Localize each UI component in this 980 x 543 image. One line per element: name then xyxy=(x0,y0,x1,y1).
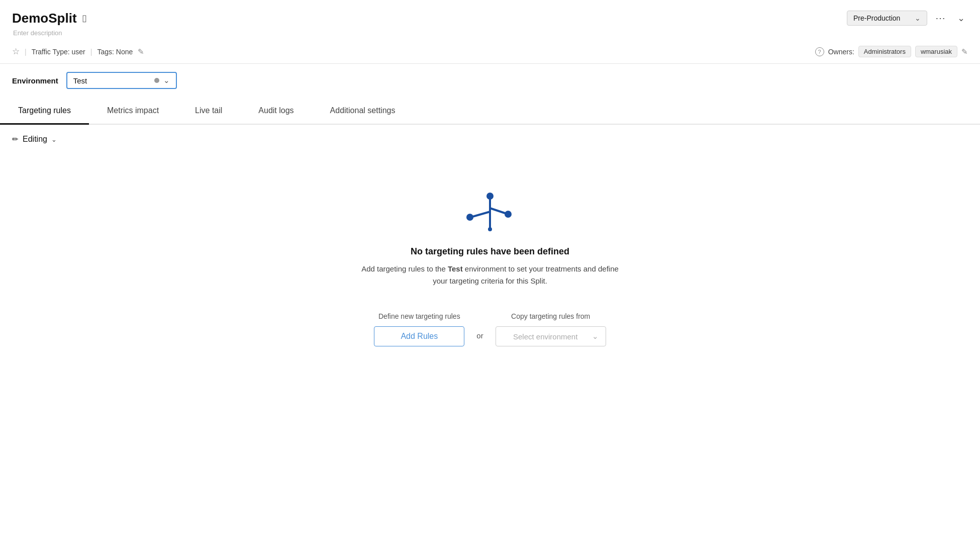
svg-point-6 xyxy=(488,227,492,231)
env-chevron-down-icon: ⌄ xyxy=(163,76,170,85)
environment-label: Environment xyxy=(12,76,58,85)
pencil-icon: ✏ xyxy=(12,135,19,144)
owners-label: Owners: xyxy=(828,48,854,56)
define-rules-group: Define new targeting rules Add Rules xyxy=(374,312,464,346)
define-label: Define new targeting rules xyxy=(378,312,460,320)
traffic-type-label: Traffic Type: user xyxy=(32,48,85,56)
environment-dropdown[interactable]: Pre-Production ⌄ xyxy=(847,11,927,26)
description-field[interactable]: Enter description xyxy=(12,29,968,37)
add-rules-button[interactable]: Add Rules xyxy=(374,326,464,346)
copy-env-select[interactable]: Select environment ⌄ xyxy=(496,326,606,346)
env-status-dot xyxy=(154,78,159,83)
page-title: DemoSplit xyxy=(12,11,77,26)
svg-point-1 xyxy=(486,193,494,200)
tab-live-tail[interactable]: Live tail xyxy=(177,98,240,125)
editing-row: ✏ Editing ⌄ xyxy=(0,125,980,149)
empty-state-title: No targeting rules have been defined xyxy=(411,246,569,257)
actions-row: Define new targeting rules Add Rules or … xyxy=(374,312,606,346)
tab-targeting-rules[interactable]: Targeting rules xyxy=(0,98,89,125)
owner-wmarusiak: wmarusiak xyxy=(915,46,957,57)
tabs-row: Targeting rules Metrics impact Live tail… xyxy=(0,98,980,125)
copy-label: Copy targeting rules from xyxy=(511,312,590,320)
split-icon xyxy=(465,189,515,234)
env-dropdown-label: Pre-Production xyxy=(853,14,911,22)
favorite-icon[interactable]: ☆ xyxy=(12,46,20,57)
svg-line-2 xyxy=(472,212,490,217)
owner-administrators: Administrators xyxy=(858,46,911,57)
help-icon[interactable]: ? xyxy=(815,47,824,56)
edit-owners-icon[interactable]: ✎ xyxy=(961,47,968,56)
svg-line-4 xyxy=(490,208,505,213)
tab-audit-logs[interactable]: Audit logs xyxy=(240,98,312,125)
svg-point-5 xyxy=(505,211,512,218)
copy-icon[interactable]: ▯ xyxy=(82,13,87,24)
more-options-button[interactable]: ⋯ xyxy=(931,9,950,27)
environment-select-text: Test xyxy=(73,76,150,85)
svg-point-3 xyxy=(466,214,473,221)
empty-state: No targeting rules have been defined Add… xyxy=(0,149,980,367)
tab-additional-settings[interactable]: Additional settings xyxy=(312,98,414,125)
select-env-placeholder: Select environment xyxy=(503,332,588,341)
tab-metrics-impact[interactable]: Metrics impact xyxy=(89,98,177,125)
or-text: or xyxy=(476,331,483,340)
expand-button[interactable]: ⌄ xyxy=(954,10,968,27)
editing-chevron-icon[interactable]: ⌄ xyxy=(51,136,57,143)
empty-state-description: Add targeting rules to the Test environm… xyxy=(359,263,621,287)
tags-label: Tags: None xyxy=(97,48,133,56)
copy-rules-group: Copy targeting rules from Select environ… xyxy=(496,312,606,346)
editing-label: Editing xyxy=(23,135,47,144)
environment-row: Environment Test ⌄ xyxy=(0,64,980,89)
environment-select[interactable]: Test ⌄ xyxy=(66,72,177,89)
chevron-down-icon: ⌄ xyxy=(915,14,921,22)
select-env-chevron-icon: ⌄ xyxy=(592,332,599,341)
edit-tags-icon[interactable]: ✎ xyxy=(138,47,144,56)
